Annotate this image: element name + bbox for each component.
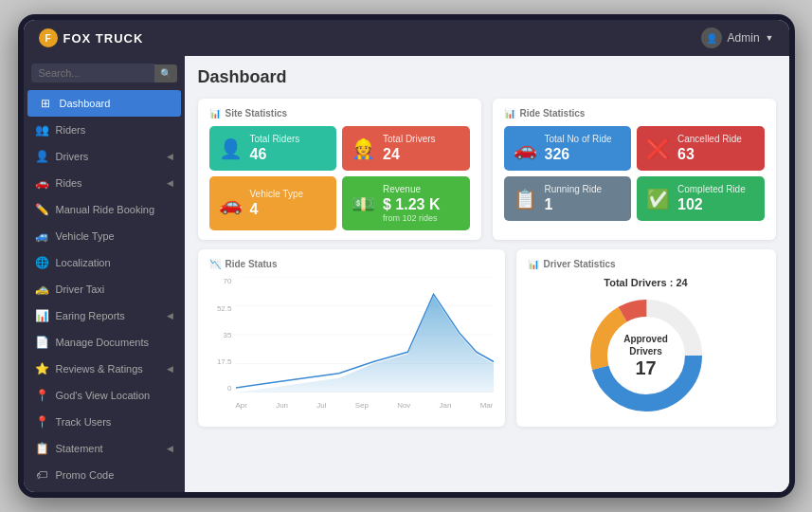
site-stats-grid: 👤 Total Riders 46 👷 Total Drivers 24 🚗 V…	[209, 126, 470, 230]
chart-area	[236, 277, 494, 393]
admin-label: Admin	[728, 31, 760, 45]
sidebar-item-drivers[interactable]: 👤 Drivers ◀	[24, 143, 185, 170]
charts-row: 📉 Ride Status 70 52.5 35 17.5 0	[198, 249, 776, 427]
logo-icon: F	[39, 28, 58, 47]
ride-stat-icon-0: 🚗	[514, 137, 537, 160]
donut-label: Approved Drivers 17	[615, 333, 677, 379]
nav-label-riders: Riders	[56, 124, 173, 136]
sidebar-item-statement[interactable]: 📋 Statement ◀	[24, 435, 185, 462]
ride-status-chart-wrapper: 70 52.5 35 17.5 0	[209, 277, 494, 410]
sidebar-item-localization[interactable]: 🌐 Localization	[24, 249, 185, 276]
sidebar-item-manual-ride[interactable]: ✏️ Manual Ride Booking	[24, 196, 185, 223]
ride-stat-icon-3: ✅	[646, 188, 670, 210]
search-button[interactable]: 🔍	[154, 64, 177, 82]
donut-container: Total Drivers : 24	[528, 277, 765, 417]
nav-icon-promo-code: 🏷	[35, 468, 48, 482]
nav-label-localization: Localization	[56, 257, 173, 268]
sidebar-item-vehicle-type[interactable]: 🚙 Vehicle Type	[24, 223, 185, 249]
sidebar-item-earning-reports[interactable]: 📊 Earing Reports ◀	[24, 302, 185, 329]
search-input[interactable]	[31, 64, 156, 82]
stat-value-2: 4	[250, 200, 328, 218]
nav-label-drivers: Drivers	[56, 151, 159, 162]
nav-label-track-users: Track Users	[56, 416, 173, 428]
nav-icon-manual-ride: ✏️	[35, 203, 48, 216]
logo-text: FOX TRUCK	[63, 31, 144, 46]
header-admin[interactable]: 👤 Admin ▼	[701, 27, 774, 48]
ride-stat-label-2: Running Ride	[545, 184, 623, 195]
app-container: F FOX TRUCK 👤 Admin ▼ 🔍 ⊞ Dashboard 👥	[24, 20, 789, 492]
nav-icon-earning-reports: 📊	[35, 309, 48, 322]
driver-stats-title: 📊 Driver Statistics	[528, 259, 765, 269]
ride-stats-grid: 🚗 Total No of Ride 326 ❌ Cancelled Ride …	[504, 126, 765, 221]
stat-label-3: Revenue	[383, 184, 460, 195]
stat-info-2: Vehicle Type 4	[250, 189, 328, 218]
nav-label-rides: Rides	[56, 177, 159, 189]
donut-chart: Approved Drivers 17	[585, 294, 708, 417]
sidebar-item-track-users[interactable]: 📍 Track Users	[24, 409, 185, 435]
sidebar-item-push-notification[interactable]: 🔔 Push Notification	[24, 488, 185, 492]
main-content: Dashboard 📊 Site Statistics 👤 Total Ride…	[185, 56, 789, 492]
site-stats-title: 📊 Site Statistics	[209, 108, 470, 119]
nav-list: ⊞ Dashboard 👥 Riders 👤 Drivers ◀ 🚗 Rides…	[24, 90, 185, 492]
nav-label-reviews: Reviews & Ratings	[56, 363, 159, 375]
stat-info-3: Revenue $ 1.23 K from 102 rides	[383, 184, 460, 223]
ride-stat-info-0: Total No of Ride 326	[545, 134, 623, 163]
ride-stat-value-2: 1	[545, 195, 623, 213]
sidebar-item-manage-docs[interactable]: 📄 Manage Documents	[24, 329, 185, 356]
nav-icon-rides: 🚗	[35, 176, 48, 190]
sidebar-item-reviews[interactable]: ⭐ Reviews & Ratings ◀	[24, 356, 185, 382]
ride-stat-icon-1: ❌	[646, 137, 670, 160]
nav-label-promo-code: Promo Code	[56, 469, 173, 481]
sidebar-item-dashboard[interactable]: ⊞ Dashboard	[27, 90, 181, 117]
site-stat-tile-3: 💵 Revenue $ 1.23 K from 102 rides	[342, 176, 470, 230]
nav-icon-dashboard: ⊞	[39, 97, 52, 110]
stat-label-0: Total Riders	[250, 134, 328, 145]
sidebar-item-riders[interactable]: 👥 Riders	[24, 117, 185, 143]
ride-stat-value-1: 63	[677, 145, 755, 163]
ride-status-title: 📉 Ride Status	[209, 259, 494, 269]
sidebar-item-driver-taxi[interactable]: 🚕 Driver Taxi	[24, 276, 185, 302]
ride-stat-info-2: Running Ride 1	[545, 184, 623, 213]
donut-total-label: Total Drivers : 24	[604, 277, 687, 288]
sidebar-item-rides[interactable]: 🚗 Rides ◀	[24, 170, 185, 196]
sidebar-item-gods-view[interactable]: 📍 God's View Location	[24, 382, 185, 409]
nav-icon-riders: 👥	[35, 123, 48, 137]
nav-label-vehicle-type: Vehicle Type	[56, 230, 173, 242]
stat-label-1: Total Drivers	[383, 134, 460, 145]
ride-stat-label-0: Total No of Ride	[545, 134, 623, 145]
stat-label-2: Vehicle Type	[250, 189, 328, 200]
donut-center-value: 17	[615, 357, 677, 379]
nav-label-manage-docs: Manage Documents	[56, 337, 173, 348]
site-stat-tile-0: 👤 Total Riders 46	[209, 126, 337, 171]
ride-stat-label-3: Completed Ride	[677, 184, 755, 195]
search-box: 🔍	[24, 56, 185, 90]
ride-stats-title: 📊 Ride Statistics	[504, 108, 765, 119]
chevron-down-icon: ▼	[766, 33, 774, 43]
sidebar: 🔍 ⊞ Dashboard 👥 Riders 👤 Drivers ◀ 🚗 Rid…	[24, 56, 185, 492]
site-stat-tile-1: 👷 Total Drivers 24	[342, 126, 470, 171]
nav-icon-drivers: 👤	[35, 150, 48, 163]
sidebar-item-promo-code[interactable]: 🏷 Promo Code	[24, 462, 185, 488]
device-frame: F FOX TRUCK 👤 Admin ▼ 🔍 ⊞ Dashboard 👥	[18, 14, 795, 498]
arrow-icon: ◀	[167, 178, 173, 188]
nav-label-statement: Statement	[56, 443, 159, 454]
ride-stat-value-0: 326	[545, 145, 623, 163]
stat-icon-0: 👤	[219, 137, 243, 160]
ride-stat-tile-3: ✅ Completed Ride 102	[637, 176, 765, 221]
header-logo: F FOX TRUCK	[39, 28, 144, 47]
main-layout: 🔍 ⊞ Dashboard 👥 Riders 👤 Drivers ◀ 🚗 Rid…	[24, 56, 789, 492]
stat-sub-3: from 102 rides	[383, 213, 460, 223]
ride-stat-tile-1: ❌ Cancelled Ride 63	[637, 126, 765, 171]
nav-icon-reviews: ⭐	[35, 362, 48, 375]
y-axis: 70 52.5 35 17.5 0	[209, 277, 232, 393]
stat-icon-1: 👷	[352, 137, 375, 160]
ride-stat-label-1: Cancelled Ride	[677, 134, 755, 145]
stat-icon-3: 💵	[352, 192, 375, 215]
stat-info-1: Total Drivers 24	[383, 134, 460, 163]
ride-stat-info-3: Completed Ride 102	[677, 184, 755, 213]
nav-icon-localization: 🌐	[35, 256, 48, 269]
ride-chart-icon: 📊	[504, 108, 515, 119]
area-fill	[236, 297, 494, 393]
nav-icon-vehicle-type: 🚙	[35, 229, 48, 243]
nav-icon-statement: 📋	[35, 442, 48, 455]
